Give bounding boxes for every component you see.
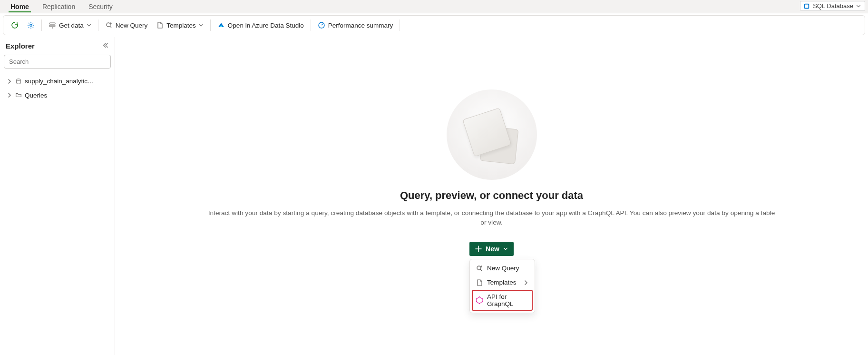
get-data-label: Get data [59, 22, 84, 29]
toolbar-open-azure[interactable]: Open in Azure Data Studio [214, 20, 308, 31]
new-query-icon [476, 265, 483, 272]
open-azure-label: Open in Azure Data Studio [228, 22, 304, 29]
menu-item-templates[interactable]: Templates [472, 276, 533, 290]
explorer-search-input[interactable] [4, 55, 111, 69]
chevron-right-icon [7, 92, 12, 98]
new-dropdown-menu: New Query Templates API for GraphQL [469, 259, 535, 313]
database-type-badge[interactable]: SQL Database [800, 1, 865, 11]
tab-security[interactable]: Security [82, 1, 119, 12]
toolbar-separator [98, 20, 98, 31]
new-query-label: New Query [116, 22, 148, 29]
chevron-down-icon [199, 23, 204, 28]
toolbar-get-data[interactable]: Get data [45, 20, 95, 31]
get-data-icon [49, 21, 56, 29]
templates-icon [156, 21, 164, 29]
folder-icon [15, 92, 22, 99]
menu-item-label: API for GraphQL [487, 293, 529, 307]
hero-title: Query, preview, or connect your data [153, 189, 830, 202]
collapse-sidebar-button[interactable] [102, 42, 109, 50]
main-content: Query, preview, or connect your data Int… [115, 37, 868, 355]
new-query-icon [105, 21, 113, 29]
hero-description: Interact with your data by starting a qu… [206, 208, 777, 227]
tab-home[interactable]: Home [4, 1, 36, 12]
top-tab-bar: Home Replication Security SQL Database [0, 0, 868, 13]
new-button[interactable]: New [469, 242, 514, 256]
chevron-down-icon [503, 247, 508, 251]
menu-item-new-query[interactable]: New Query [472, 261, 533, 276]
hero-illustration [447, 89, 537, 180]
toolbar-separator [210, 20, 211, 31]
svg-marker-9 [477, 297, 482, 304]
svg-point-5 [107, 23, 110, 27]
chevron-right-icon [523, 280, 529, 286]
svg-point-2 [30, 24, 32, 26]
tree-item-label: supply_chain_analytics... [25, 76, 96, 87]
templates-icon [476, 279, 483, 286]
explorer-tree: supply_chain_analytics... Queries [4, 74, 111, 102]
templates-label: Templates [166, 22, 196, 29]
svg-rect-3 [49, 23, 55, 24]
tab-replication[interactable]: Replication [36, 1, 82, 12]
toolbar-templates[interactable]: Templates [152, 20, 207, 31]
toolbar-separator [41, 20, 42, 31]
graphql-icon [476, 296, 483, 304]
svg-point-15 [476, 298, 477, 299]
new-button-wrapper: New New Query Templates [469, 242, 514, 256]
new-button-label: New [486, 245, 499, 253]
toolbar-settings[interactable] [23, 20, 39, 31]
toolbar-refresh[interactable] [7, 20, 22, 31]
svg-point-8 [477, 266, 481, 270]
toolbar-separator [311, 20, 311, 31]
tree-item-queries[interactable]: Queries [4, 89, 111, 103]
chevron-down-icon [856, 4, 861, 9]
refresh-icon [11, 21, 19, 29]
toolbar: Get data New Query Templates Open in Azu… [3, 15, 865, 35]
performance-label: Performance summary [328, 22, 393, 29]
chevron-right-icon [7, 79, 12, 84]
explorer-sidebar: Explorer supply_chain_analytics... Queri… [0, 37, 115, 355]
toolbar-separator [400, 20, 400, 31]
menu-item-api-graphql[interactable]: API for GraphQL [472, 290, 533, 311]
svg-point-14 [476, 301, 477, 302]
toolbar-new-query[interactable]: New Query [101, 20, 152, 31]
azure-data-studio-icon [217, 21, 225, 29]
toolbar-performance-summary[interactable]: Performance summary [314, 20, 397, 31]
svg-rect-4 [49, 25, 55, 27]
menu-item-label: Templates [487, 279, 517, 286]
svg-point-12 [482, 301, 483, 302]
svg-rect-1 [805, 4, 809, 8]
menu-item-label: New Query [487, 265, 519, 272]
gear-icon [27, 21, 35, 29]
database-icon [803, 3, 810, 10]
chevron-down-icon [87, 23, 91, 28]
chevron-double-left-icon [102, 42, 109, 49]
svg-point-7 [17, 79, 21, 81]
database-icon [15, 78, 22, 85]
performance-icon [318, 21, 325, 29]
explorer-title: Explorer [6, 42, 35, 50]
plus-icon [475, 246, 482, 252]
svg-point-11 [482, 298, 483, 299]
tree-item-database[interactable]: supply_chain_analytics... [4, 74, 111, 89]
database-type-label: SQL Database [813, 2, 853, 10]
tree-item-label: Queries [25, 90, 47, 101]
